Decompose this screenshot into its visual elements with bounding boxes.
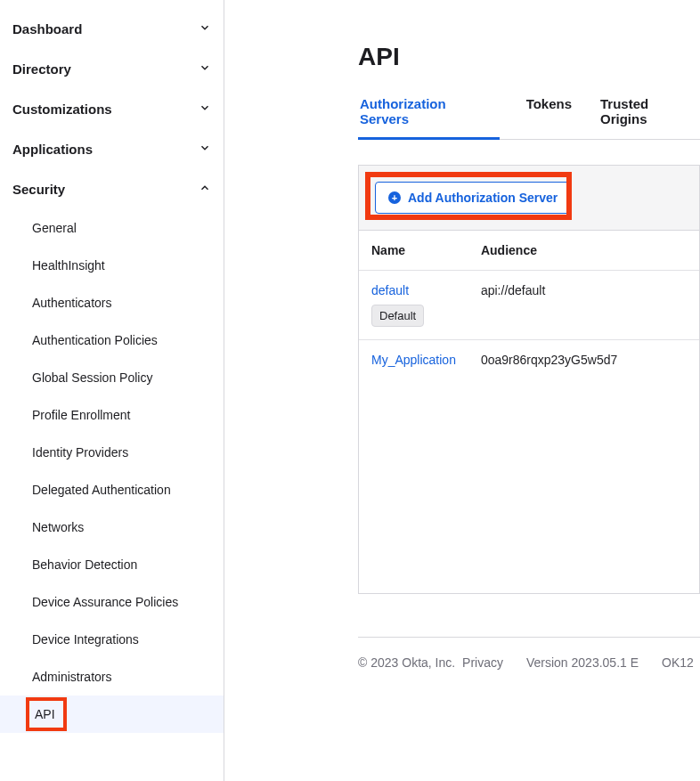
sidebar-sub-profile-enrollment[interactable]: Profile Enrollment <box>0 396 224 434</box>
add-button-label: Add Authorization Server <box>408 191 558 205</box>
footer: © 2023 Okta, Inc. Privacy Version 2023.0… <box>358 637 700 670</box>
sidebar-item-label: Dashboard <box>12 21 82 37</box>
main-content: API Authorization Servers Tokens Trusted… <box>224 0 700 781</box>
plus-circle-icon: + <box>388 191 401 204</box>
authorization-servers-table: Name Audience default Default api://defa… <box>359 231 699 379</box>
tabs: Authorization Servers Tokens Trusted Ori… <box>358 96 700 140</box>
sidebar-sub-device-integrations[interactable]: Device Integrations <box>0 621 224 658</box>
sidebar-item-label: Security <box>12 182 65 197</box>
default-badge: Default <box>371 305 424 327</box>
col-name: Name <box>359 231 468 271</box>
sidebar-sub-device-assurance-policies[interactable]: Device Assurance Policies <box>0 583 224 621</box>
table-row: default Default api://default <box>359 271 699 340</box>
footer-version: Version 2023.05.1 E <box>526 655 639 670</box>
footer-cell: OK12 <box>662 655 694 670</box>
sidebar-sub-behavior-detection[interactable]: Behavior Detection <box>0 546 224 583</box>
panel-toolbar: + Add Authorization Server <box>359 166 699 231</box>
sidebar-item-label: Customizations <box>12 102 112 117</box>
sidebar-item-label: Directory <box>12 61 71 77</box>
sidebar-sub-healthinsight[interactable]: HealthInsight <box>0 247 224 284</box>
server-name-link[interactable]: My_Application <box>371 353 456 367</box>
chevron-down-icon <box>199 142 211 157</box>
sidebar-sub-authentication-policies[interactable]: Authentication Policies <box>0 321 224 359</box>
sidebar-item-customizations[interactable]: Customizations <box>0 89 224 129</box>
audience-cell: 0oa9r86rqxp23yG5w5d7 <box>468 340 699 380</box>
sidebar-sub-identity-providers[interactable]: Identity Providers <box>0 434 224 471</box>
page-title: API <box>358 43 700 71</box>
sidebar-sub-delegated-authentication[interactable]: Delegated Authentication <box>0 471 224 508</box>
col-audience: Audience <box>468 231 699 271</box>
server-name-link[interactable]: default <box>371 283 409 297</box>
chevron-down-icon <box>199 102 211 117</box>
tab-authorization-servers[interactable]: Authorization Servers <box>358 96 500 140</box>
tab-tokens[interactable]: Tokens <box>525 96 574 139</box>
sidebar-sub-general[interactable]: General <box>0 209 224 247</box>
chevron-up-icon <box>199 182 211 197</box>
tab-trusted-origins[interactable]: Trusted Origins <box>598 96 700 139</box>
table-row: My_Application 0oa9r86rqxp23yG5w5d7 <box>359 340 699 380</box>
sidebar-sub-authenticators[interactable]: Authenticators <box>0 284 224 321</box>
sidebar-item-dashboard[interactable]: Dashboard <box>0 9 224 49</box>
sidebar-sub-global-session-policy[interactable]: Global Session Policy <box>0 359 224 396</box>
sidebar-sub-api[interactable]: API <box>0 696 224 733</box>
sidebar-item-directory[interactable]: Directory <box>0 49 224 89</box>
chevron-down-icon <box>199 21 211 37</box>
authorization-servers-panel: + Add Authorization Server Name Audience… <box>358 165 700 594</box>
panel-spacer <box>359 379 699 593</box>
footer-privacy-link[interactable]: Privacy <box>462 655 503 670</box>
add-authorization-server-button[interactable]: + Add Authorization Server <box>375 182 571 214</box>
sidebar-sub-networks[interactable]: Networks <box>0 508 224 546</box>
chevron-down-icon <box>199 61 211 77</box>
sidebar-item-label: Applications <box>12 142 93 157</box>
audience-cell: api://default <box>468 271 699 340</box>
footer-copyright: © 2023 Okta, Inc. Privacy <box>358 655 503 670</box>
sidebar-item-applications[interactable]: Applications <box>0 129 224 169</box>
sidebar: Dashboard Directory Customizations Appli… <box>0 0 224 781</box>
sidebar-sub-administrators[interactable]: Administrators <box>0 658 224 696</box>
sidebar-item-security[interactable]: Security <box>0 169 224 209</box>
